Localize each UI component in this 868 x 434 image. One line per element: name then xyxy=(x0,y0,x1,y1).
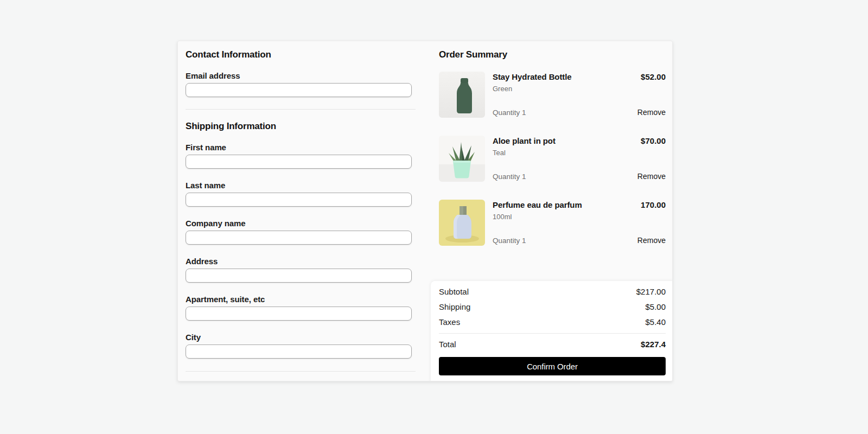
item-name: Aloe plant in pot xyxy=(493,137,637,145)
shipping-label: Shipping xyxy=(439,303,470,311)
divider xyxy=(439,333,666,334)
confirm-order-button[interactable]: Confirm Order xyxy=(439,357,666,375)
aloe-plant-product-image xyxy=(439,136,485,182)
email-label: Email address xyxy=(186,72,416,80)
item-details: Perfume eau de parfum 100ml Quantity 1 xyxy=(485,200,637,246)
shipping-row: Shipping $5.00 xyxy=(439,303,666,311)
taxes-label: Taxes xyxy=(439,318,460,326)
item-actions: $70.00 Remove xyxy=(637,136,666,182)
total-value: $227.4 xyxy=(641,340,666,348)
first-name-label: First name xyxy=(186,143,416,151)
item-quantity: Quantity 1 xyxy=(493,173,637,182)
item-price: $52.00 xyxy=(641,73,666,81)
address-label: Address xyxy=(186,257,416,265)
city-label: City xyxy=(186,333,416,341)
cart-item-aloe: Aloe plant in pot Teal Quantity 1 $70.00… xyxy=(439,136,666,182)
email-input[interactable] xyxy=(186,83,412,97)
divider xyxy=(186,371,416,372)
total-row: Total $227.4 xyxy=(439,340,666,348)
field-city: City xyxy=(186,333,416,359)
field-first-name: First name xyxy=(186,143,416,169)
last-name-input[interactable] xyxy=(186,193,412,207)
cart-item-perfume: Perfume eau de parfum 100ml Quantity 1 1… xyxy=(439,200,666,246)
item-details: Aloe plant in pot Teal Quantity 1 xyxy=(485,136,637,182)
shipping-information-title: Shipping Information xyxy=(186,122,416,131)
company-name-input[interactable] xyxy=(186,231,412,245)
item-name: Stay Hydrated Bottle xyxy=(493,73,637,81)
green-bottle-product-image xyxy=(439,72,485,118)
order-summary-column: Order Summary Stay Hydrated Bottle Gre xyxy=(439,50,666,264)
subtotal-row: Subtotal $217.00 xyxy=(439,288,666,296)
remove-item-button[interactable]: Remove xyxy=(637,108,666,118)
company-name-label: Company name xyxy=(186,219,416,227)
address-input[interactable] xyxy=(186,269,412,283)
item-variant: Green xyxy=(493,85,637,92)
divider xyxy=(186,109,416,110)
perfume-bottle-product-image xyxy=(439,200,485,246)
item-actions: 170.00 Remove xyxy=(637,200,666,246)
contact-information-title: Contact Information xyxy=(186,50,416,60)
field-company-name: Company name xyxy=(186,219,416,245)
field-last-name: Last name xyxy=(186,181,416,207)
order-totals-card: Subtotal $217.00 Shipping $5.00 Taxes $5… xyxy=(431,281,673,381)
cart-item-bottle: Stay Hydrated Bottle Green Quantity 1 $5… xyxy=(439,72,666,118)
field-apartment: Apartment, suite, etc xyxy=(186,295,416,321)
item-name: Perfume eau de parfum xyxy=(493,201,637,209)
checkout-card: Contact Information Email address Shippi… xyxy=(177,41,673,381)
subtotal-label: Subtotal xyxy=(439,288,469,296)
subtotal-value: $217.00 xyxy=(636,288,666,296)
order-summary-title: Order Summary xyxy=(439,50,666,60)
checkout-form-column: Contact Information Email address Shippi… xyxy=(186,50,416,372)
item-variant: Teal xyxy=(493,149,637,156)
first-name-input[interactable] xyxy=(186,155,412,169)
apartment-input[interactable] xyxy=(186,307,412,321)
item-quantity: Quantity 1 xyxy=(493,237,637,246)
item-details: Stay Hydrated Bottle Green Quantity 1 xyxy=(485,72,637,118)
field-email: Email address xyxy=(186,72,416,97)
total-label: Total xyxy=(439,340,456,348)
item-variant: 100ml xyxy=(493,213,637,220)
remove-item-button[interactable]: Remove xyxy=(637,173,666,182)
last-name-label: Last name xyxy=(186,181,416,189)
taxes-row: Taxes $5.40 xyxy=(439,318,666,326)
shipping-value: $5.00 xyxy=(645,303,666,311)
item-quantity: Quantity 1 xyxy=(493,109,637,118)
item-price: $70.00 xyxy=(641,137,666,145)
item-price: 170.00 xyxy=(641,201,666,209)
city-input[interactable] xyxy=(186,344,412,359)
taxes-value: $5.40 xyxy=(645,318,666,326)
field-address: Address xyxy=(186,257,416,283)
remove-item-button[interactable]: Remove xyxy=(637,237,666,246)
item-actions: $52.00 Remove xyxy=(637,72,666,118)
apartment-label: Apartment, suite, etc xyxy=(186,295,416,303)
